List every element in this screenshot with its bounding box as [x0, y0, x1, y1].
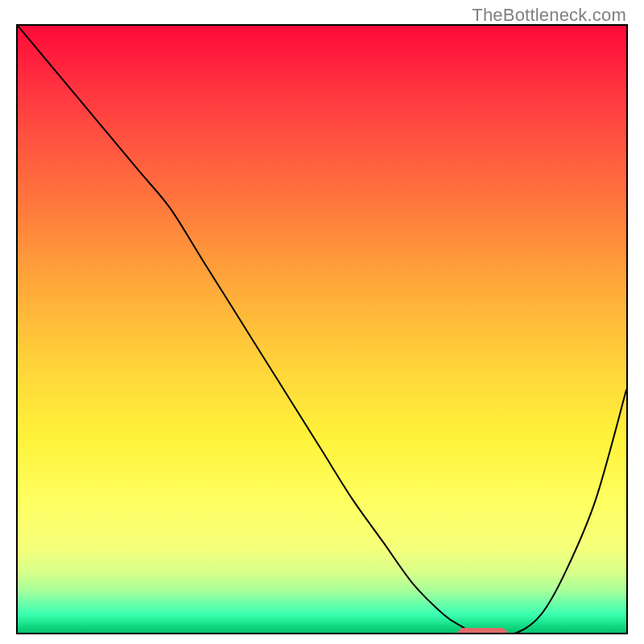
plot-area	[16, 24, 628, 634]
optimal-marker	[458, 628, 507, 634]
chart-frame: TheBottleneck.com	[0, 0, 644, 644]
bottleneck-curve	[18, 26, 626, 633]
watermark-text: TheBottleneck.com	[472, 5, 626, 26]
curve-layer	[18, 26, 626, 633]
